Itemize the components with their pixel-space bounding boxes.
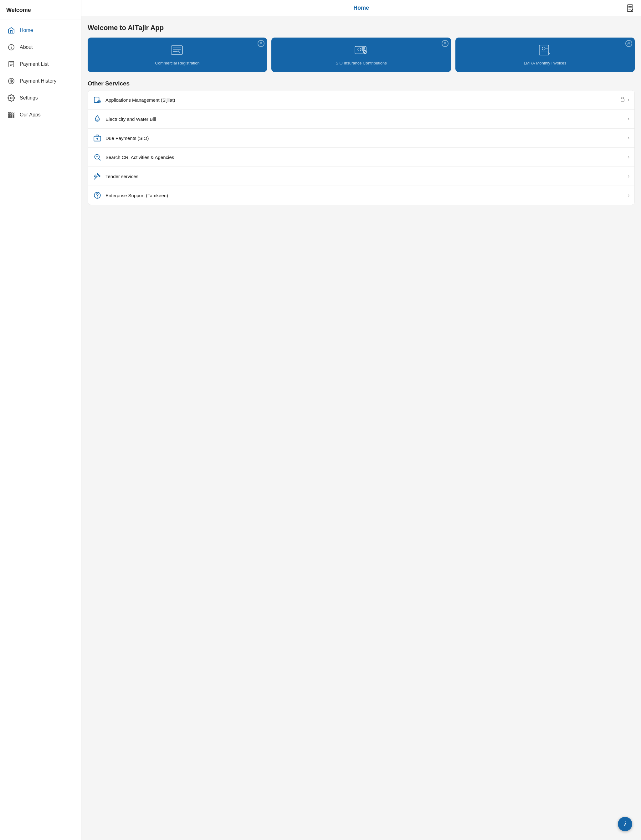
info-button[interactable]: i: [618, 817, 632, 831]
service-item-applications-mgmt[interactable]: Applications Management (Sijilat) ›: [88, 90, 635, 109]
sidebar-item-payment-history-label: Payment History: [20, 78, 56, 84]
sio-lock-icon: [441, 40, 449, 47]
svg-rect-10: [8, 112, 10, 113]
sidebar-item-settings-label: Settings: [20, 95, 38, 101]
other-services-title: Other Services: [88, 80, 635, 87]
sidebar-item-settings[interactable]: Settings: [0, 90, 81, 106]
enterprise-support-extras: ›: [628, 193, 630, 198]
search-cr-chevron-icon: ›: [628, 154, 630, 160]
sidebar: Welcome Home About: [0, 0, 81, 840]
svg-point-30: [358, 48, 361, 51]
sidebar-item-about-label: About: [20, 44, 33, 50]
svg-rect-14: [11, 114, 12, 116]
sidebar-header: Welcome: [0, 0, 81, 19]
welcome-title: Welcome to AlTajir App: [88, 24, 635, 32]
electricity-water-label: Electricity and Water Bill: [105, 116, 624, 122]
service-item-search-cr[interactable]: Search CR, Activities & Agencies ›: [88, 148, 635, 167]
svg-rect-13: [8, 114, 10, 116]
service-item-electricity-water[interactable]: Electricity and Water Bill ›: [88, 109, 635, 129]
featured-card-commercial-reg[interactable]: Commercial Registration: [88, 37, 267, 72]
svg-rect-28: [444, 43, 446, 45]
tender-icon: [93, 172, 102, 180]
sidebar-nav: Home About Paym: [0, 19, 81, 126]
svg-rect-18: [13, 116, 14, 117]
enterprise-support-label: Enterprise Support (Tamkeen): [105, 193, 624, 198]
svg-point-36: [542, 47, 545, 50]
sidebar-item-about[interactable]: About: [0, 39, 81, 56]
topbar-document-icon[interactable]: [625, 3, 635, 13]
commercial-reg-label: Commercial Registration: [155, 61, 200, 66]
applications-mgmt-icon: [93, 95, 102, 104]
payment-history-icon: [7, 77, 15, 85]
applications-mgmt-extras: ›: [620, 97, 630, 103]
featured-card-lmra[interactable]: LMRA Monthly Invoices: [456, 37, 635, 72]
enterprise-support-chevron-icon: ›: [628, 193, 630, 198]
service-item-tender[interactable]: Tender services ›: [88, 167, 635, 186]
payment-list-icon: [7, 60, 15, 68]
svg-point-9: [10, 97, 12, 99]
sidebar-item-home[interactable]: Home: [0, 22, 81, 39]
sidebar-item-payment-list[interactable]: Payment List: [0, 56, 81, 72]
search-cr-label: Search CR, Activities & Agencies: [105, 154, 624, 160]
svg-rect-16: [8, 116, 10, 117]
enterprise-support-icon: [93, 191, 102, 200]
service-item-due-payments[interactable]: Due Payments (SIO) ›: [88, 129, 635, 148]
lmra-label: LMRA Monthly Invoices: [523, 61, 566, 66]
svg-rect-17: [11, 116, 12, 117]
electricity-water-icon: [93, 114, 102, 123]
applications-mgmt-label: Applications Management (Sijilat): [105, 97, 616, 103]
sio-card-icon: [354, 44, 369, 58]
tender-extras: ›: [628, 174, 630, 179]
svg-point-49: [97, 197, 97, 197]
electricity-water-extras: ›: [628, 116, 630, 122]
svg-rect-31: [362, 48, 365, 48]
about-icon: [7, 43, 15, 51]
sidebar-item-payment-list-label: Payment List: [20, 61, 48, 67]
svg-rect-32: [362, 50, 364, 50]
lmra-card-icon: [537, 44, 552, 58]
services-list: Applications Management (Sijilat) ›: [88, 90, 635, 205]
svg-rect-11: [11, 112, 12, 113]
sidebar-item-home-label: Home: [20, 27, 33, 33]
svg-line-47: [99, 159, 100, 160]
svg-rect-12: [13, 112, 14, 113]
sidebar-item-payment-history[interactable]: Payment History: [0, 72, 81, 90]
home-icon: [7, 26, 15, 34]
due-payments-chevron-icon: ›: [628, 135, 630, 141]
commercial-reg-lock-icon: [258, 40, 264, 47]
featured-card-sio-insurance[interactable]: SIO Insurance Contributions: [271, 37, 451, 72]
due-payments-icon: [93, 134, 102, 142]
applications-mgmt-lock-icon: [620, 97, 625, 103]
search-cr-icon: [93, 153, 102, 161]
svg-rect-34: [628, 43, 630, 45]
electricity-water-chevron-icon: ›: [628, 116, 630, 122]
topbar-title: Home: [353, 5, 369, 11]
lmra-lock-icon: [625, 40, 632, 47]
svg-rect-24: [171, 46, 182, 55]
sidebar-item-our-apps-label: Our Apps: [20, 112, 41, 117]
tender-chevron-icon: ›: [628, 174, 630, 179]
featured-cards: Commercial Registration: [88, 37, 635, 72]
service-item-enterprise-support[interactable]: Enterprise Support (Tamkeen) ›: [88, 186, 635, 205]
svg-rect-15: [13, 114, 14, 116]
main-area: Home Welcome to AlTajir App: [81, 0, 641, 840]
tender-label: Tender services: [105, 174, 624, 179]
svg-rect-23: [260, 43, 262, 45]
topbar: Home: [81, 0, 641, 16]
svg-rect-42: [621, 99, 624, 101]
search-cr-extras: ›: [628, 154, 630, 160]
commercial-reg-card-icon: [170, 44, 185, 58]
sidebar-item-our-apps[interactable]: Our Apps: [0, 106, 81, 123]
applications-mgmt-chevron-icon: ›: [628, 97, 630, 103]
our-apps-icon: [7, 111, 15, 119]
due-payments-extras: ›: [628, 135, 630, 141]
svg-rect-19: [627, 5, 633, 11]
info-button-label: i: [624, 821, 626, 828]
sio-label: SIO Insurance Contributions: [335, 61, 387, 66]
page-content: Welcome to AlTajir App: [81, 16, 641, 840]
due-payments-label: Due Payments (SIO): [105, 135, 624, 141]
settings-icon: [7, 94, 15, 102]
